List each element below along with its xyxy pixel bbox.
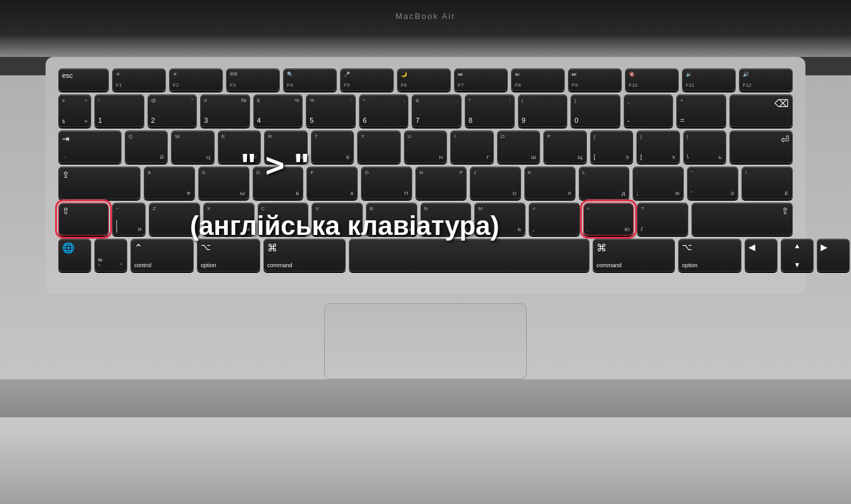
key-f1[interactable]: ☀ F1 [112, 68, 166, 91]
key-y[interactable]: Y [357, 130, 400, 163]
key-slash[interactable]: ? / [637, 203, 688, 236]
key-comma[interactable]: < , [529, 203, 580, 236]
key-w[interactable]: W Ц [171, 130, 214, 163]
keyboard-area: esc ☀ F1 ☀ F2 ⊞⊞ F3 🔍 F4 🎤 F5 [46, 57, 805, 294]
key-l[interactable]: L Д [579, 167, 630, 199]
key-option-right-label: option [682, 262, 738, 268]
key-j[interactable]: J О [470, 167, 521, 199]
zxcv-row: ⇧ ~ [] Я Z С X М C И V Т [58, 203, 793, 236]
key-k[interactable]: K Л [524, 167, 576, 199]
key-f5[interactable]: 🎤 F5 [340, 68, 394, 91]
key-9[interactable]: ( 9 [518, 94, 568, 127]
key-n[interactable]: N М [420, 203, 472, 236]
key-g[interactable]: G П [361, 167, 412, 199]
key-tab[interactable]: ⇥ → [58, 130, 122, 163]
key-z[interactable]: Z С [149, 203, 200, 236]
key-backslash2[interactable]: \ Ё [741, 167, 793, 199]
key-equals[interactable]: + = [676, 94, 726, 127]
trackpad[interactable] [324, 303, 527, 379]
key-f11[interactable]: 🔉 F11 [682, 68, 736, 91]
key-rbracket[interactable]: } Х ] [636, 130, 679, 163]
key-tilde[interactable]: ~ [] Я [112, 203, 146, 236]
key-f7[interactable]: ⏮ F7 [454, 68, 508, 91]
asdf-row: ⇪ A Ф S Ы D Б F А G П HР [58, 167, 793, 199]
key-return[interactable]: ⏎ [729, 130, 793, 163]
key-s[interactable]: S Ы [198, 167, 249, 199]
key-1[interactable]: ! 1 [94, 94, 144, 127]
key-7[interactable]: &. 7 [412, 94, 462, 127]
qwerty-row: ⇥ → Q Й W Ц E У R К T Е [58, 130, 793, 163]
key-period[interactable]: > Ю . [583, 203, 634, 236]
key-e[interactable]: E У [218, 130, 261, 163]
key-command-right-label: command [596, 262, 671, 268]
key-5[interactable]: %: 5 [306, 94, 356, 127]
key-q[interactable]: Q Й [125, 130, 168, 163]
key-c[interactable]: C И [258, 203, 309, 236]
key-option-left-label: option [201, 262, 256, 268]
laptop-bottom-bar [0, 379, 851, 417]
key-backtick[interactable]: ±< §> [58, 94, 91, 127]
key-f12[interactable]: 🔊 F12 [739, 68, 793, 91]
key-backspace[interactable]: ⌫ [729, 94, 793, 127]
key-lbracket[interactable]: { З [ [590, 130, 633, 163]
key-0[interactable]: ) 0 [570, 94, 621, 127]
key-arrow-left[interactable]: ◀ [745, 239, 778, 272]
key-arrow-right[interactable]: ▶ [817, 239, 850, 272]
key-f10[interactable]: 🔇 F10 [625, 68, 679, 91]
key-caps[interactable]: ⇪ [58, 167, 141, 199]
key-f2[interactable]: ☀ F2 [169, 68, 223, 91]
key-2[interactable]: @" 2 [148, 94, 198, 127]
laptop-body: MacBook Air esc ☀ F1 ☀ F2 ⊞⊞ F3 🔍 F4 [0, 0, 851, 504]
key-u[interactable]: U Н [404, 130, 447, 163]
key-o[interactable]: O Ш [497, 130, 540, 163]
key-arrow-updown[interactable]: ▲ ▼ [781, 239, 814, 272]
key-right-shift[interactable]: ⇧ [691, 203, 793, 236]
key-option-left[interactable]: ⌥ option [197, 239, 260, 272]
key-minus[interactable]: _ - [624, 94, 674, 127]
key-i[interactable]: I Г [450, 130, 493, 163]
key-6[interactable]: ^, 6 [359, 94, 409, 127]
number-row: ±< §> ! 1 @" 2 #№ 3 $% 4 %: 5 [58, 94, 793, 127]
key-f6[interactable]: 🌙 F6 [397, 68, 451, 91]
key-f[interactable]: F А [306, 167, 358, 199]
key-f9[interactable]: ⏭ F9 [568, 68, 622, 91]
key-m[interactable]: M Б [474, 203, 526, 236]
key-v[interactable]: V Т [312, 203, 363, 236]
key-8[interactable]: *; 8 [465, 94, 515, 127]
key-f8[interactable]: ⏯ F8 [511, 68, 565, 91]
key-h[interactable]: HР [415, 167, 467, 199]
fn-row: esc ☀ F1 ☀ F2 ⊞⊞ F3 🔍 F4 🎤 F5 [58, 68, 793, 91]
key-quote[interactable]: " Э ' [687, 167, 738, 199]
key-t[interactable]: T Е [311, 130, 354, 163]
key-fn[interactable]: fn ^⌃ [94, 239, 127, 272]
key-command-right[interactable]: ⌘ command [593, 239, 675, 272]
key-p[interactable]: P Щ [543, 130, 586, 163]
laptop-lid: MacBook Air [0, 0, 851, 57]
key-control[interactable]: ⌃ control [130, 239, 194, 272]
key-d[interactable]: D Б [253, 167, 304, 199]
key-globe[interactable]: 🌐 [58, 239, 91, 272]
key-3[interactable]: #№ 3 [200, 94, 250, 127]
key-backslash[interactable]: | Ь \ [683, 130, 726, 163]
key-r[interactable]: R К [264, 130, 307, 163]
key-semicolon[interactable]: : Ж ; [633, 167, 684, 199]
key-a[interactable]: A Ф [144, 167, 195, 199]
key-f4[interactable]: 🔍 F4 [283, 68, 337, 91]
key-command-left[interactable]: ⌘ command [263, 239, 346, 272]
key-x[interactable]: X М [203, 203, 255, 236]
key-esc[interactable]: esc [58, 68, 109, 91]
key-b[interactable]: B Ь [366, 203, 417, 236]
key-command-left-label: command [267, 262, 342, 268]
key-control-label: control [134, 262, 190, 268]
key-option-right[interactable]: ⌥ option [678, 239, 741, 272]
key-4[interactable]: $% 4 [253, 94, 303, 127]
key-left-shift[interactable]: ⇧ [58, 203, 109, 236]
modifier-row: 🌐 fn ^⌃ ⌃ control ⌥ option ⌘ command ⌘ [58, 239, 793, 272]
key-f3[interactable]: ⊞⊞ F3 [226, 68, 280, 91]
macbook-brand-label: MacBook Air [396, 11, 456, 21]
key-spacebar[interactable] [349, 239, 589, 272]
